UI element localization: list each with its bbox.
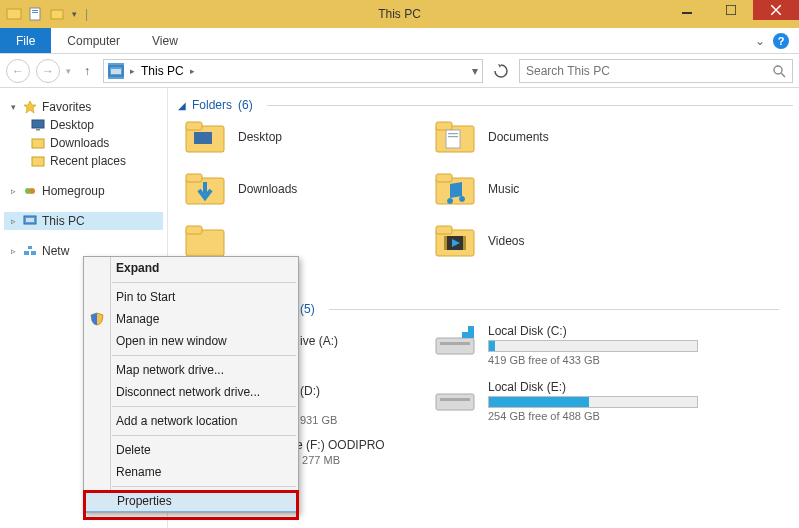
expand-icon[interactable]: ▹: [8, 246, 18, 256]
svg-rect-6: [726, 5, 736, 15]
window-controls: [665, 0, 799, 28]
ctx-properties[interactable]: Properties: [84, 490, 298, 512]
ctx-add-location[interactable]: Add a network location: [84, 410, 298, 432]
svg-rect-49: [436, 394, 474, 410]
svg-point-11: [774, 66, 782, 74]
address-dropdown-icon[interactable]: ▾: [472, 64, 478, 78]
search-box[interactable]: [519, 59, 793, 83]
history-dropdown-icon[interactable]: ▾: [66, 66, 71, 76]
svg-rect-16: [32, 139, 44, 148]
svg-rect-32: [448, 136, 458, 137]
ctx-expand[interactable]: Expand: [84, 257, 298, 279]
minimize-button[interactable]: [665, 0, 709, 20]
drive-free-text: 254 GB free of 488 GB: [488, 410, 704, 422]
up-button[interactable]: ↑: [77, 64, 97, 78]
tree-this-pc[interactable]: ▹ This PC: [4, 212, 163, 230]
svg-rect-23: [31, 251, 36, 255]
svg-rect-15: [36, 129, 40, 131]
svg-rect-1: [30, 8, 40, 20]
expand-icon[interactable]: ▹: [8, 216, 18, 226]
maximize-button[interactable]: [709, 0, 753, 20]
quick-access-toolbar: ▾ |: [0, 6, 96, 22]
svg-rect-29: [436, 122, 452, 130]
folder-label: Downloads: [238, 182, 297, 196]
folder-desktop-icon: [184, 118, 226, 156]
svg-line-12: [781, 73, 785, 77]
drive-a[interactable]: ive (A:): [300, 334, 368, 350]
svg-rect-0: [7, 9, 21, 19]
forward-button[interactable]: →: [36, 59, 60, 83]
folders-section-header[interactable]: ◢ Folders (6): [178, 98, 793, 112]
tree-downloads[interactable]: Downloads: [4, 134, 163, 152]
drive-d[interactable]: (D:) 931 GB: [300, 384, 337, 426]
qat-properties-icon[interactable]: [28, 6, 44, 22]
ctx-separator: [112, 435, 296, 436]
section-rule: [329, 309, 779, 310]
tree-favorites[interactable]: ▾ Favorites: [4, 98, 163, 116]
expand-icon[interactable]: ▹: [8, 186, 18, 196]
svg-rect-43: [463, 236, 466, 250]
section-count: (6): [238, 98, 253, 112]
ctx-rename[interactable]: Rename: [84, 461, 298, 483]
close-button[interactable]: [753, 0, 799, 20]
folder-videos[interactable]: Videos: [434, 222, 793, 260]
drive-usage-bar: [488, 340, 698, 352]
svg-rect-27: [194, 132, 212, 144]
ctx-manage[interactable]: Manage: [84, 308, 298, 330]
drive-c[interactable]: Local Disk (C:) 419 GB free of 433 GB: [434, 324, 734, 366]
app-icon: [6, 6, 22, 22]
refresh-button[interactable]: [489, 59, 513, 83]
section-collapse-icon[interactable]: ◢: [178, 100, 186, 111]
drive-f[interactable]: e (F:) OODIPRO f 277 MB: [296, 438, 385, 466]
svg-marker-13: [24, 101, 36, 113]
ctx-separator: [112, 486, 296, 487]
tree-label: Favorites: [42, 100, 91, 114]
folder-music[interactable]: Music: [434, 170, 793, 208]
ctx-pin-to-start[interactable]: Pin to Start: [84, 286, 298, 308]
tree-label: Downloads: [50, 136, 109, 150]
folder-label: Desktop: [238, 130, 282, 144]
drive-name: Local Disk (E:): [488, 380, 704, 394]
ribbon-collapse-icon[interactable]: ⌄: [755, 34, 765, 48]
tree-desktop[interactable]: Desktop: [4, 116, 163, 134]
ctx-map-drive[interactable]: Map network drive...: [84, 359, 298, 381]
drive-e[interactable]: Local Disk (E:) 254 GB free of 488 GB: [434, 380, 734, 422]
drive-icon: [434, 380, 476, 414]
title-bar: ▾ | This PC: [0, 0, 799, 28]
help-icon[interactable]: ?: [773, 33, 789, 49]
tree-label: Homegroup: [42, 184, 105, 198]
tree-label: Netw: [42, 244, 69, 258]
qat-dropdown-icon[interactable]: ▾: [72, 9, 77, 19]
devices-section-header[interactable]: (5): [300, 302, 779, 316]
file-tab[interactable]: File: [0, 28, 51, 53]
folder-documents[interactable]: Documents: [434, 118, 793, 156]
tab-view[interactable]: View: [136, 28, 194, 53]
folder-label: Music: [488, 182, 519, 196]
folder-documents-icon: [434, 118, 476, 156]
ctx-disconnect-drive[interactable]: Disconnect network drive...: [84, 381, 298, 403]
svg-rect-4: [51, 10, 63, 19]
nav-bar: ← → ▾ ↑ ▸ This PC ▸ ▾: [0, 54, 799, 88]
folder-videos-icon: [434, 222, 476, 260]
tree-homegroup[interactable]: ▹ Homegroup: [4, 182, 163, 200]
folder-desktop[interactable]: Desktop: [184, 118, 434, 156]
back-button[interactable]: ←: [6, 59, 30, 83]
drive-name: ive (A:): [300, 334, 338, 348]
collapse-icon[interactable]: ▾: [8, 102, 18, 112]
recent-icon: [30, 154, 46, 168]
ctx-open-new-window[interactable]: Open in new window: [84, 330, 298, 352]
drive-name: e (F:) OODIPRO: [296, 438, 385, 452]
tab-computer[interactable]: Computer: [51, 28, 136, 53]
qat-newfolder-icon[interactable]: [50, 6, 66, 22]
search-icon[interactable]: [772, 64, 786, 78]
svg-rect-22: [24, 251, 29, 255]
tree-recent[interactable]: Recent places: [4, 152, 163, 170]
folder-hidden[interactable]: [184, 222, 434, 260]
folder-downloads[interactable]: Downloads: [184, 170, 434, 208]
ctx-delete[interactable]: Delete: [84, 439, 298, 461]
breadcrumb-sep-icon[interactable]: ▸: [190, 66, 195, 76]
breadcrumb-current[interactable]: This PC: [141, 64, 184, 78]
search-input[interactable]: [526, 64, 772, 78]
address-bar[interactable]: ▸ This PC ▸ ▾: [103, 59, 483, 83]
ribbon-tabs: File Computer View ⌄ ?: [0, 28, 799, 54]
